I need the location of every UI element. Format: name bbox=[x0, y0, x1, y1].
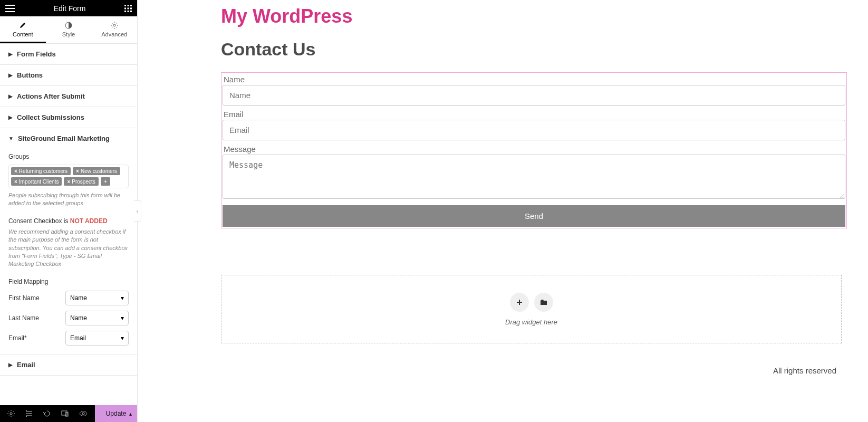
caret-right-icon: ▶ bbox=[8, 93, 13, 99]
history-icon[interactable] bbox=[43, 410, 51, 417]
accordion-collect-submissions[interactable]: ▶Collect Submissions bbox=[0, 107, 137, 128]
consent-label: Consent Checkbox is bbox=[8, 217, 70, 225]
email-input[interactable] bbox=[223, 120, 845, 140]
consent-help: We recommend adding a consent checkbox i… bbox=[8, 228, 129, 268]
contrast-icon bbox=[65, 22, 72, 29]
responsive-icon[interactable] bbox=[61, 410, 69, 417]
name-input[interactable] bbox=[223, 85, 845, 106]
mapping-select-email[interactable]: Email▾ bbox=[65, 331, 129, 346]
sidebar-title: Edit Form bbox=[54, 4, 86, 13]
svg-rect-1 bbox=[128, 5, 129, 6]
tab-style[interactable]: Style bbox=[46, 16, 92, 43]
drop-zone[interactable]: Drag widget here bbox=[221, 275, 842, 343]
accordion-buttons[interactable]: ▶Buttons bbox=[0, 65, 137, 85]
navigator-icon[interactable] bbox=[25, 410, 33, 417]
tag-returning-customers[interactable]: ×Returning customers bbox=[11, 167, 71, 175]
panel-tabs: Content Style Advanced bbox=[0, 16, 137, 44]
apps-icon[interactable] bbox=[124, 5, 132, 12]
tab-content[interactable]: Content bbox=[0, 16, 46, 43]
mapping-label: First Name bbox=[8, 294, 40, 302]
close-icon[interactable]: × bbox=[14, 179, 17, 185]
caret-right-icon: ▶ bbox=[8, 72, 13, 78]
drop-zone-text: Drag widget here bbox=[505, 318, 557, 326]
svg-point-10 bbox=[113, 24, 115, 26]
add-tag-button[interactable]: + bbox=[101, 177, 110, 186]
settings-icon[interactable] bbox=[7, 410, 15, 417]
gear-icon bbox=[111, 22, 118, 29]
svg-rect-7 bbox=[128, 11, 129, 12]
svg-rect-2 bbox=[130, 5, 132, 6]
tag-prospects[interactable]: ×Prospects bbox=[64, 177, 98, 186]
rights-text: All rights reserved bbox=[773, 366, 836, 375]
accordion-siteground[interactable]: ▼SiteGround Email Marketing bbox=[0, 128, 137, 149]
preview-icon[interactable] bbox=[79, 411, 88, 416]
svg-point-11 bbox=[10, 413, 12, 415]
tab-advanced[interactable]: Advanced bbox=[91, 16, 137, 43]
svg-rect-3 bbox=[124, 7, 126, 9]
footer-icons bbox=[0, 405, 95, 422]
sidebar-header: Edit Form bbox=[0, 0, 137, 16]
add-widget-button[interactable] bbox=[510, 293, 529, 312]
form-widget[interactable]: Name Email Message Send bbox=[221, 72, 847, 228]
editor-sidebar: Edit Form Content Style Advanced ▶Form F… bbox=[0, 0, 138, 422]
panel-body: ▶Form Fields ▶Buttons ▶Actions After Sub… bbox=[0, 44, 137, 405]
caret-right-icon: ▶ bbox=[8, 51, 13, 57]
collapse-panel-handle[interactable]: ‹ bbox=[134, 200, 141, 222]
consent-row: Consent Checkbox is NOT ADDED bbox=[8, 217, 129, 225]
mapping-select-firstname[interactable]: Name▾ bbox=[65, 291, 129, 305]
svg-rect-8 bbox=[130, 11, 132, 12]
svg-rect-12 bbox=[62, 411, 67, 415]
mapping-select-lastname[interactable]: Name▾ bbox=[65, 311, 129, 325]
pencil-icon bbox=[19, 22, 26, 29]
tag-important-clients[interactable]: ×Important Clients bbox=[11, 177, 62, 186]
caret-right-icon: ▶ bbox=[8, 362, 13, 368]
sidebar-footer: Update ▴ bbox=[0, 405, 137, 422]
caret-down-icon: ▼ bbox=[8, 136, 14, 141]
message-textarea[interactable] bbox=[223, 155, 845, 199]
svg-point-14 bbox=[82, 413, 84, 415]
mapping-label: Email* bbox=[8, 334, 27, 342]
caret-right-icon: ▶ bbox=[8, 114, 13, 120]
mapping-row-lastname: Last Name Name▾ bbox=[8, 311, 129, 325]
close-icon[interactable]: × bbox=[67, 179, 70, 185]
svg-rect-5 bbox=[130, 7, 132, 9]
chevron-down-icon: ▾ bbox=[121, 314, 124, 322]
chevron-down-icon: ▾ bbox=[121, 334, 124, 342]
send-button[interactable]: Send bbox=[223, 205, 845, 227]
site-title[interactable]: My WordPress bbox=[221, 5, 847, 27]
svg-rect-4 bbox=[128, 7, 129, 9]
message-label: Message bbox=[223, 143, 845, 155]
tab-advanced-label: Advanced bbox=[101, 31, 127, 37]
field-mapping-label: Field Mapping bbox=[8, 278, 129, 285]
mapping-row-email: Email* Email▾ bbox=[8, 331, 129, 346]
close-icon[interactable]: × bbox=[76, 168, 79, 174]
chevron-up-icon[interactable]: ▴ bbox=[129, 411, 132, 417]
siteground-section: Groups ×Returning customers ×New custome… bbox=[0, 149, 137, 354]
name-label: Name bbox=[223, 74, 845, 85]
groups-label: Groups bbox=[8, 153, 129, 160]
tab-content-label: Content bbox=[13, 31, 33, 37]
svg-rect-0 bbox=[124, 5, 126, 6]
groups-tags[interactable]: ×Returning customers ×New customers ×Imp… bbox=[8, 165, 129, 188]
mapping-label: Last Name bbox=[8, 314, 39, 322]
tag-new-customers[interactable]: ×New customers bbox=[73, 167, 120, 175]
consent-status: NOT ADDED bbox=[70, 217, 108, 225]
accordion-form-fields[interactable]: ▶Form Fields bbox=[0, 44, 137, 64]
accordion-actions-after-submit[interactable]: ▶Actions After Submit bbox=[0, 86, 137, 107]
close-icon[interactable]: × bbox=[14, 168, 17, 174]
menu-icon[interactable] bbox=[5, 5, 15, 12]
groups-help: People subscribing through this form wil… bbox=[8, 191, 129, 208]
template-library-button[interactable] bbox=[534, 293, 553, 312]
tab-style-label: Style bbox=[62, 31, 75, 37]
update-button[interactable]: Update ▴ bbox=[95, 405, 137, 422]
mapping-row-firstname: First Name Name▾ bbox=[8, 291, 129, 305]
svg-rect-6 bbox=[124, 11, 126, 12]
accordion-email[interactable]: ▶Email bbox=[0, 354, 137, 375]
chevron-down-icon: ▾ bbox=[121, 294, 124, 302]
page-title: Contact Us bbox=[221, 39, 847, 60]
preview-canvas: My WordPress Contact Us Name Email Messa… bbox=[138, 0, 868, 422]
email-label: Email bbox=[223, 109, 845, 120]
